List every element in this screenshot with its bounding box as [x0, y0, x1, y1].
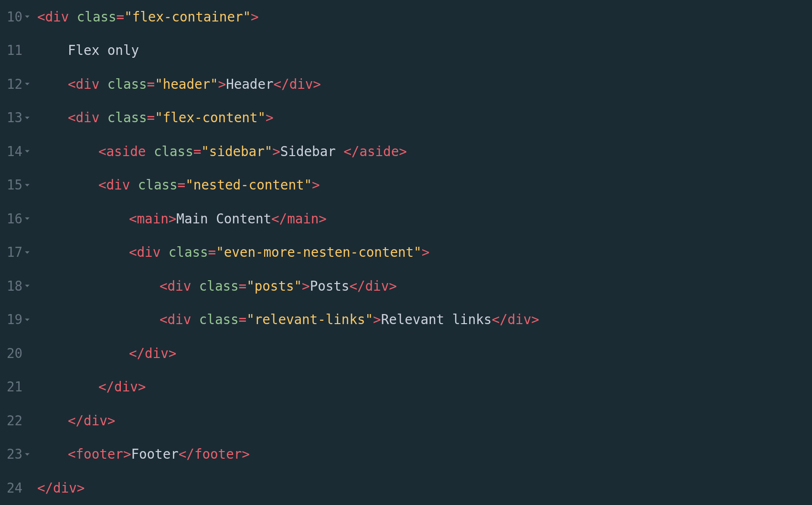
code-area[interactable]: <div class="flex-container">Flex only<di… — [32, 0, 812, 505]
token — [69, 11, 77, 24]
gutter-line: 20 — [0, 337, 32, 370]
token: <div — [160, 313, 191, 326]
token: class — [138, 179, 178, 192]
token: Posts — [310, 280, 350, 293]
fold-toggle-icon[interactable] — [24, 148, 31, 154]
token: = — [147, 111, 155, 125]
token: <footer> — [68, 448, 131, 461]
code-line[interactable]: <div class="even-more-nesten-content"> — [37, 236, 812, 270]
token: > — [422, 246, 430, 259]
line-number: 14 — [7, 145, 22, 158]
line-number: 20 — [7, 347, 22, 360]
line-number: 12 — [7, 78, 22, 91]
token — [191, 280, 199, 293]
gutter-line: 14 — [0, 135, 32, 168]
token: </div> — [349, 280, 396, 293]
code-line[interactable]: <div class="posts">Posts</div> — [37, 269, 812, 303]
token: class — [199, 313, 239, 326]
token: Sidebar — [280, 145, 343, 158]
code-line[interactable]: <aside class="sidebar">Sidebar </aside> — [37, 135, 812, 168]
token: > — [266, 111, 274, 125]
token: Footer — [131, 448, 178, 461]
token: class — [169, 246, 208, 259]
fold-toggle-icon[interactable] — [24, 452, 31, 457]
token: </main> — [271, 212, 327, 226]
code-line[interactable]: </div> — [37, 471, 812, 505]
fold-toggle-icon[interactable] — [24, 317, 31, 323]
fold-toggle-icon[interactable] — [24, 216, 31, 221]
token: = — [178, 179, 186, 192]
line-number: 18 — [7, 280, 22, 293]
token: > — [312, 179, 320, 192]
token: </div> — [68, 414, 115, 428]
gutter-line: 23 — [0, 438, 32, 472]
fold-toggle-icon[interactable] — [24, 14, 31, 20]
code-line[interactable]: <div class="nested-content"> — [37, 168, 812, 202]
token: class — [107, 111, 147, 125]
token: <div — [98, 179, 130, 192]
gutter-line: 24 — [0, 471, 32, 505]
token: <main> — [129, 212, 176, 226]
token — [146, 145, 154, 158]
gutter-line: 21 — [0, 370, 32, 404]
token: "relevant-links" — [246, 313, 373, 326]
token: </footer> — [179, 448, 250, 461]
fold-toggle-icon[interactable] — [24, 115, 31, 121]
token: <aside — [98, 145, 146, 158]
token: <div — [129, 246, 160, 259]
gutter-line: 13 — [0, 101, 32, 135]
fold-toggle-icon[interactable] — [24, 250, 31, 255]
token: > — [272, 145, 280, 158]
token — [160, 246, 169, 259]
code-editor[interactable]: 101112131415161718192021222324 <div clas… — [0, 0, 812, 505]
token: </div> — [491, 313, 539, 326]
token: = — [239, 313, 247, 326]
token — [99, 111, 107, 125]
token: </div> — [129, 347, 176, 360]
token: class — [77, 11, 117, 24]
token: > — [373, 313, 381, 326]
fold-toggle-icon[interactable] — [24, 81, 31, 87]
line-number: 13 — [7, 111, 22, 125]
line-number: 16 — [7, 212, 22, 226]
gutter-line: 22 — [0, 404, 32, 438]
token: "flex-container" — [124, 11, 251, 24]
code-line[interactable]: </div> — [37, 370, 812, 404]
code-line[interactable]: <main>Main Content</main> — [37, 202, 812, 236]
token: class — [107, 78, 147, 91]
token: = — [147, 78, 155, 91]
fold-toggle-icon[interactable] — [24, 182, 31, 188]
code-line[interactable]: <div class="flex-container"> — [37, 0, 812, 34]
code-line[interactable]: </div> — [37, 404, 812, 438]
code-line[interactable]: <div class="header">Header</div> — [37, 67, 812, 101]
code-line[interactable]: Flex only — [37, 34, 812, 68]
token — [130, 179, 138, 192]
code-line[interactable]: <div class="flex-content"> — [37, 101, 812, 135]
token: <div — [160, 280, 191, 293]
code-line[interactable]: <div class="relevant-links">Relevant lin… — [37, 303, 812, 337]
line-number: 24 — [7, 482, 22, 495]
code-line[interactable]: <footer>Footer</footer> — [37, 438, 812, 472]
token: "header" — [155, 78, 218, 91]
token: class — [154, 145, 193, 158]
fold-toggle-icon[interactable] — [24, 283, 31, 289]
gutter-line: 17 — [0, 236, 32, 270]
token: = — [117, 11, 125, 24]
token — [191, 313, 199, 326]
gutter-line: 19 — [0, 303, 32, 337]
code-line[interactable]: </div> — [37, 337, 812, 370]
token — [99, 78, 107, 91]
gutter-line: 12 — [0, 67, 32, 101]
line-number: 10 — [7, 11, 22, 24]
line-number: 19 — [7, 313, 22, 326]
token: </div> — [98, 380, 146, 394]
token: > — [302, 280, 310, 293]
token: "flex-content" — [155, 111, 266, 125]
token: "posts" — [246, 280, 302, 293]
token: Header — [226, 78, 273, 91]
token: </aside> — [343, 145, 406, 158]
line-number: 23 — [7, 448, 22, 461]
token: > — [218, 78, 226, 91]
token: "sidebar" — [201, 145, 272, 158]
line-number: 11 — [7, 44, 22, 57]
